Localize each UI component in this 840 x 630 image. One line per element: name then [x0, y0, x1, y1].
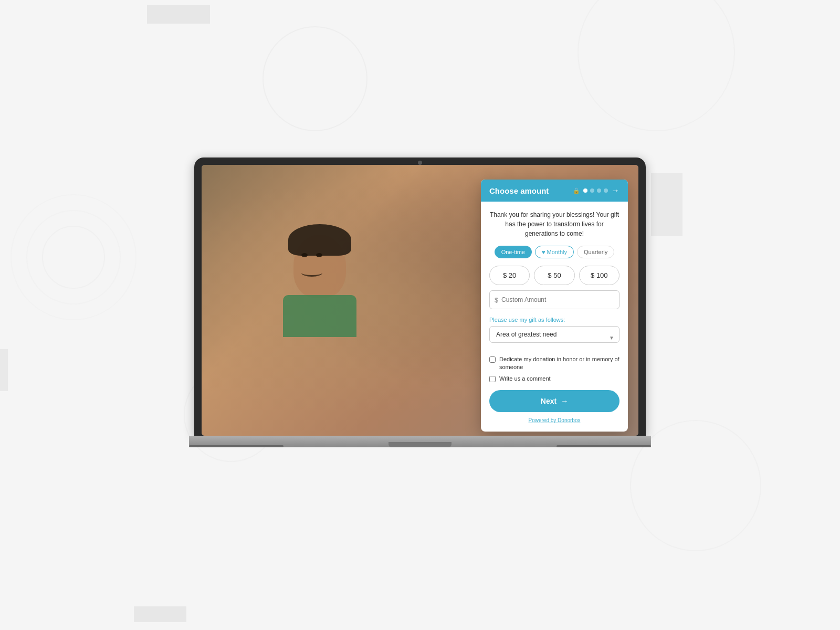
custom-amount-input[interactable]: [489, 290, 620, 309]
checkbox-honor[interactable]: [489, 356, 496, 363]
modal-body: Thank you for sharing your blessings! Yo…: [481, 202, 628, 432]
frequency-tabs: One-time Monthly Quarterly: [489, 246, 620, 258]
tagline-text: Thank you for sharing your blessings! Yo…: [489, 210, 620, 238]
checkbox-item-2: Write us a comment: [489, 375, 620, 383]
photo-boy: [267, 219, 372, 376]
laptop-foot-right: [556, 445, 651, 447]
donation-modal: Choose amount 🔒 →: [481, 180, 628, 432]
powered-by[interactable]: Powered by Donorbox: [489, 417, 620, 423]
checkbox-group: Dedicate my donation in honor or in memo…: [489, 355, 620, 383]
screen-background: Choose amount 🔒 →: [202, 165, 638, 436]
checkbox-comment-label: Write us a comment: [499, 375, 551, 383]
amount-buttons: $ 20 $ 50 $ 100: [489, 266, 620, 285]
amount-50-button[interactable]: $ 50: [534, 266, 574, 285]
laptop-base: [189, 436, 651, 447]
modal-title: Choose amount: [489, 186, 549, 195]
checkbox-comment[interactable]: [489, 376, 496, 382]
bg-rect-1: [147, 5, 210, 24]
amount-20-button[interactable]: $ 20: [489, 266, 530, 285]
laptop-camera: [418, 161, 422, 165]
step-dot-4: [604, 188, 608, 193]
custom-amount-wrapper: $: [489, 290, 620, 309]
dollar-sign-icon: $: [495, 296, 498, 304]
bg-circle-1: [262, 26, 368, 131]
step-dot-1: [583, 188, 587, 193]
laptop-notch: [388, 442, 452, 447]
lock-icon: 🔒: [573, 187, 580, 194]
next-button[interactable]: Next →: [489, 390, 620, 412]
laptop-screen-outer: Choose amount 🔒 →: [194, 158, 646, 436]
dropdown-wrapper: Area of greatest need Education Healthca…: [489, 326, 620, 349]
step-dot-2: [590, 188, 594, 193]
bg-circle-5: [42, 226, 105, 289]
laptop-screen: Choose amount 🔒 →: [202, 165, 638, 436]
bg-rect-4: [0, 349, 8, 391]
tab-one-time[interactable]: One-time: [495, 246, 532, 258]
checkbox-honor-label: Dedicate my donation in honor or in memo…: [499, 355, 620, 372]
laptop-foot-left: [189, 445, 284, 447]
tab-quarterly[interactable]: Quarterly: [577, 246, 614, 258]
tab-monthly[interactable]: Monthly: [535, 246, 574, 258]
bg-circle-2: [578, 0, 735, 131]
step-dots: [583, 188, 608, 193]
modal-header: Choose amount 🔒 →: [481, 180, 628, 202]
bg-circle-6: [26, 210, 121, 304]
checkbox-item-1: Dedicate my donation in honor or in memo…: [489, 355, 620, 372]
gift-label: Please use my gift as follows:: [489, 317, 620, 323]
gift-dropdown[interactable]: Area of greatest need Education Healthca…: [489, 326, 620, 343]
bg-rect-3: [134, 606, 186, 622]
modal-header-right: 🔒 →: [573, 186, 620, 195]
laptop: Choose amount 🔒 →: [184, 158, 656, 472]
next-button-label: Next: [541, 397, 556, 405]
bg-circle-7: [10, 194, 136, 320]
next-arrow-icon: →: [561, 397, 568, 405]
header-arrow-icon[interactable]: →: [611, 186, 620, 195]
step-dot-3: [597, 188, 601, 193]
amount-100-button[interactable]: $ 100: [579, 266, 620, 285]
